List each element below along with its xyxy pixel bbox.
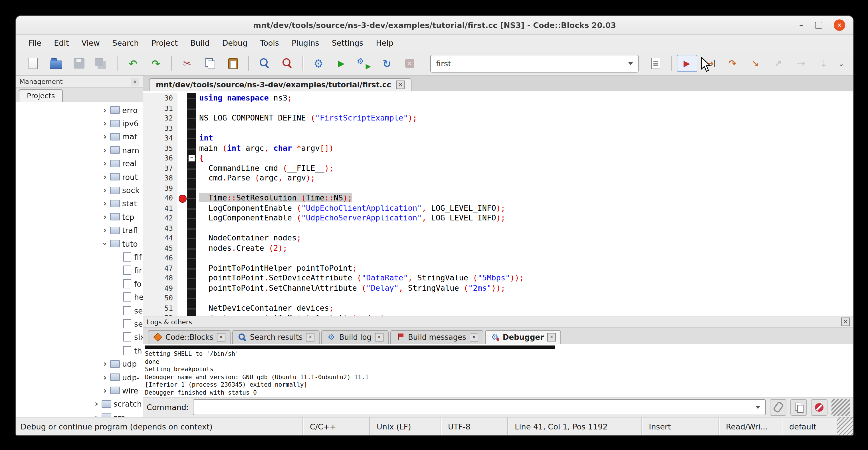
close-logs-icon[interactable]: ✕ xyxy=(841,318,850,326)
replace-icon[interactable] xyxy=(277,55,297,72)
titlebar[interactable]: mnt/dev/tools/source/ns-3-dev/examples/t… xyxy=(16,16,853,35)
log-tab-build-log[interactable]: Build log✕ xyxy=(321,330,389,344)
editor-tab-first-cc[interactable]: mnt/dev/tools/source/ns-3-dev/examples/t… xyxy=(149,78,412,91)
tree-item-sock[interactable]: ›sock xyxy=(16,184,143,197)
build-target-input[interactable] xyxy=(431,59,623,68)
code-editor[interactable]: 30using namespace ns3;3132NS_LOG_COMPONE… xyxy=(143,91,853,316)
panel-resize-grip[interactable] xyxy=(832,399,850,416)
command-combo[interactable] xyxy=(193,399,766,415)
cut-icon[interactable] xyxy=(177,55,197,72)
fold-minus-icon[interactable] xyxy=(187,153,196,163)
close-tab-icon[interactable]: ✕ xyxy=(547,333,556,341)
tree-item-tcp[interactable]: ›tcp xyxy=(16,210,143,223)
paperclip-icon[interactable] xyxy=(770,399,786,416)
tree-item-nam[interactable]: ›nam xyxy=(16,143,143,157)
paste-icon[interactable] xyxy=(223,55,243,72)
tree-item-he[interactable]: he xyxy=(16,290,143,304)
chevron-right-icon[interactable]: › xyxy=(101,105,109,115)
close-editor-tab-icon[interactable]: ✕ xyxy=(396,81,405,89)
tree-item-stat[interactable]: ›stat xyxy=(16,197,143,210)
run-icon[interactable] xyxy=(331,55,351,72)
close-management-icon[interactable]: ✕ xyxy=(131,78,139,86)
chevron-right-icon[interactable]: › xyxy=(101,185,109,195)
rebuild-icon[interactable] xyxy=(377,55,397,72)
maximize-button[interactable] xyxy=(815,22,823,29)
chevron-right-icon[interactable]: › xyxy=(101,172,109,182)
close-tab-icon[interactable]: ✕ xyxy=(306,333,315,341)
tree-item-erro[interactable]: ›erro xyxy=(16,103,143,117)
menu-file[interactable]: File xyxy=(23,36,47,49)
window-resize-grip[interactable] xyxy=(837,417,853,435)
tree-item-se[interactable]: se xyxy=(16,317,143,331)
tree-item-tuto[interactable]: ›tuto xyxy=(16,237,143,250)
close-tab-icon[interactable]: ✕ xyxy=(217,333,225,341)
tree-item-fo[interactable]: fo xyxy=(16,277,143,290)
copy-icon[interactable] xyxy=(200,55,220,72)
tree-item-real[interactable]: ›real xyxy=(16,157,143,170)
menu-project[interactable]: Project xyxy=(146,36,183,49)
redo-icon[interactable] xyxy=(146,55,166,72)
menu-build[interactable]: Build xyxy=(185,36,215,49)
tree-item-six[interactable]: six xyxy=(16,330,143,344)
tree-item-ipv6[interactable]: ›ipv6 xyxy=(16,117,143,130)
copy-log-icon[interactable] xyxy=(790,399,807,416)
chevron-right-icon[interactable]: › xyxy=(101,158,109,169)
next-line-icon[interactable] xyxy=(722,55,743,72)
debugger-log[interactable]: Setting SHELL to '/bin/sh'doneSetting br… xyxy=(143,344,853,397)
combo-dropdown-icon[interactable] xyxy=(623,62,638,65)
log-tab-build-messages[interactable]: Build messages✕ xyxy=(390,330,483,344)
tree-item-mat[interactable]: ›mat xyxy=(16,130,143,144)
chevron-right-icon[interactable]: › xyxy=(101,359,109,369)
step-into-icon[interactable] xyxy=(745,55,766,72)
tree-item-scratch[interactable]: ›scratch xyxy=(16,397,143,411)
log-tab-code-blocks[interactable]: Code::Blocks✕ xyxy=(148,330,230,344)
tree-item-trafl[interactable]: ›trafl xyxy=(16,223,143,237)
chevron-down-icon[interactable]: › xyxy=(100,240,110,247)
new-file-icon[interactable] xyxy=(23,55,43,72)
menu-settings[interactable]: Settings xyxy=(326,36,369,49)
tree-item-se[interactable]: se xyxy=(16,304,143,317)
toolbar-overflow-chevron-icon[interactable]: ⌄ xyxy=(835,59,847,68)
tree-item-udp[interactable]: ›udp- xyxy=(16,371,143,384)
chevron-right-icon[interactable]: › xyxy=(101,132,109,142)
chevron-right-icon[interactable]: › xyxy=(92,399,100,409)
command-input[interactable] xyxy=(193,403,750,412)
build-target-combo[interactable] xyxy=(430,55,638,72)
undo-icon[interactable] xyxy=(123,55,143,72)
tree-item-fif[interactable]: fif xyxy=(16,250,143,264)
build-and-run-icon[interactable] xyxy=(354,55,374,72)
tree-item-fir[interactable]: fir xyxy=(16,264,143,277)
command-dropdown-icon[interactable] xyxy=(750,406,765,409)
debug-continue-icon[interactable] xyxy=(677,55,697,72)
stop-icon[interactable] xyxy=(811,399,828,416)
menu-search[interactable]: Search xyxy=(107,36,145,49)
tree-item-rout[interactable]: ›rout xyxy=(16,170,143,184)
close-tab-icon[interactable]: ✕ xyxy=(470,333,478,341)
chevron-right-icon[interactable]: › xyxy=(101,118,109,128)
tree-item-wire[interactable]: ›wire xyxy=(16,384,143,397)
close-tab-icon[interactable]: ✕ xyxy=(375,333,383,341)
build-icon[interactable] xyxy=(308,55,329,72)
log-tab-debugger[interactable]: Debugger✕ xyxy=(485,330,561,344)
log-tab-search-results[interactable]: Search results✕ xyxy=(232,330,320,344)
menu-help[interactable]: Help xyxy=(370,36,399,49)
menu-debug[interactable]: Debug xyxy=(217,36,253,49)
menu-tools[interactable]: Tools xyxy=(254,36,285,49)
tree-item-src[interactable]: ›src xyxy=(16,411,143,417)
close-button[interactable]: ✕ xyxy=(834,20,845,31)
menu-edit[interactable]: Edit xyxy=(48,36,74,49)
chevron-right-icon[interactable]: › xyxy=(92,412,100,417)
chevron-right-icon[interactable]: › xyxy=(101,212,109,222)
find-icon[interactable] xyxy=(254,55,275,72)
tree-item-udp[interactable]: ›udp xyxy=(16,357,143,371)
menu-view[interactable]: View xyxy=(76,36,105,49)
menu-plugins[interactable]: Plugins xyxy=(286,36,325,49)
open-file-icon[interactable] xyxy=(45,55,66,72)
chevron-right-icon[interactable]: › xyxy=(101,225,109,235)
tree-item-th[interactable]: th xyxy=(16,344,143,357)
chevron-right-icon[interactable]: › xyxy=(101,199,109,209)
chevron-right-icon[interactable]: › xyxy=(101,145,109,155)
breakpoint-marker[interactable] xyxy=(178,193,187,203)
chevron-right-icon[interactable]: › xyxy=(101,372,109,382)
build-target-info-icon[interactable] xyxy=(645,55,666,72)
